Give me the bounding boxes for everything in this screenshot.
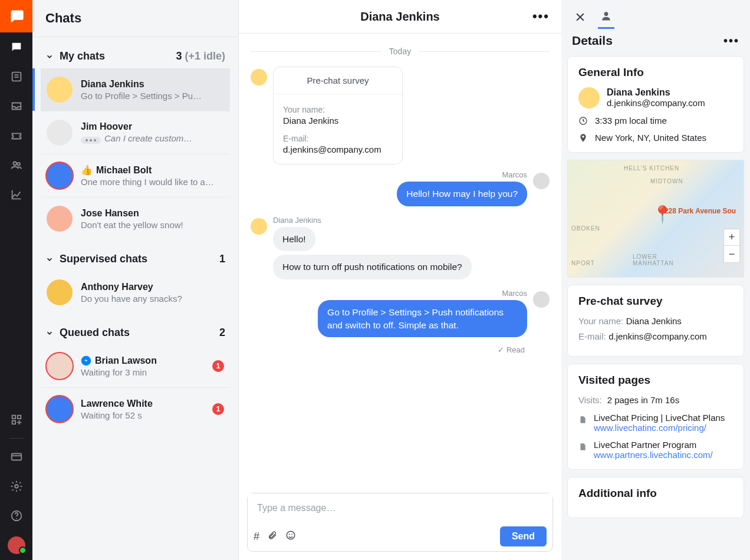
message-avatar: [533, 173, 550, 189]
svg-point-2: [17, 45, 18, 47]
message-bubble: How to turn off push notifications on mo…: [273, 255, 472, 279]
visited-page[interactable]: LiveChat Pricing | LiveChat Planswww.liv…: [578, 413, 733, 433]
chat-preview: Go to Profile > Settings > Pu…: [81, 91, 224, 101]
card-icon: [10, 450, 23, 463]
message-bubble: Hello! How may I help you?: [397, 182, 527, 206]
date-divider: Today: [251, 47, 550, 56]
section-queued[interactable]: Queued chats 2: [41, 314, 230, 345]
message-composer: # Send: [247, 493, 553, 552]
conversation-panel: Diana Jenkins ••• Today Pre-chat survey …: [239, 0, 561, 560]
svg-point-1: [16, 45, 17, 47]
svg-point-17: [287, 531, 295, 539]
message-sender: Diana Jenkins: [273, 216, 472, 225]
visited-page[interactable]: LiveChat Partner Programwww.partners.liv…: [578, 440, 733, 460]
nav-billing[interactable]: [0, 442, 32, 472]
svg-point-13: [15, 485, 18, 488]
nav-reports[interactable]: [0, 180, 32, 209]
conversation-body[interactable]: Today Pre-chat survey Your name: Diana J…: [239, 34, 561, 488]
person-icon: [600, 10, 612, 22]
nav-apps[interactable]: [0, 405, 32, 434]
local-time: 3:33 pm local time: [578, 116, 733, 126]
svg-point-18: [289, 533, 290, 535]
message-sender: Marcos: [397, 170, 527, 179]
chevron-down-icon: [45, 52, 54, 61]
map-address: 228 Park Avenue Sou: [665, 207, 736, 215]
nav-chats[interactable]: [0, 32, 32, 62]
read-receipt: ✓ Read: [251, 345, 525, 354]
chat-item-brian[interactable]: Brian Lawson Waiting for 3 min 1: [41, 345, 230, 388]
zoom-in-button[interactable]: +: [724, 229, 739, 246]
section-my-chats[interactable]: My chats 3 (+1 idle): [41, 37, 230, 68]
details-title: Details: [572, 34, 723, 48]
hash-button[interactable]: #: [254, 531, 259, 543]
chat-bubble-icon: [8, 8, 25, 25]
chat-item-lawrence[interactable]: Lawrence White Waiting for 52 s 1: [41, 388, 230, 430]
chat-list-title: Chats: [32, 0, 238, 37]
page-icon: [578, 442, 587, 452]
prechat-survey-card: Pre-chat survey Your name: Diana Jenkins…: [273, 67, 403, 164]
inbox-icon: [10, 100, 23, 113]
section-title: My chats: [60, 50, 176, 62]
close-icon: [574, 11, 586, 23]
svg-point-0: [14, 45, 15, 47]
avatar: [47, 396, 73, 422]
additional-info-card: Additional info: [567, 477, 744, 518]
svg-rect-11: [11, 454, 21, 460]
nav-help[interactable]: [0, 501, 32, 531]
close-details-button[interactable]: [572, 5, 588, 29]
message-avatar: [533, 291, 550, 308]
nav-rail: [0, 0, 32, 560]
message-input[interactable]: [248, 493, 552, 523]
gear-icon: [10, 480, 23, 493]
prechat-survey-card: Pre-chat survey Your name: Diana Jenkins…: [567, 285, 744, 357]
nav-list[interactable]: [0, 62, 32, 91]
app-logo[interactable]: [0, 0, 32, 32]
avatar: [47, 353, 73, 379]
chat-preview: One more thing I would like to a…: [81, 177, 224, 187]
send-button[interactable]: Send: [500, 526, 547, 546]
tab-customer[interactable]: [598, 5, 614, 29]
details-more-button[interactable]: •••: [723, 34, 739, 48]
customer-name: Diana Jenkins: [607, 87, 705, 98]
emoji-button[interactable]: [285, 530, 296, 543]
details-tabs: [561, 0, 750, 34]
avatar: [47, 77, 73, 103]
chat-preview: Don't eat the yellow snow!: [81, 220, 224, 230]
chat-name: 👍Michael Bolt: [81, 164, 224, 176]
nav-inbox[interactable]: [0, 91, 32, 121]
chat-list-panel: Chats My chats 3 (+1 idle) Diana Jenkins…: [32, 0, 239, 560]
paperclip-icon: [268, 530, 277, 541]
chat-item-jim[interactable]: Jim Hoover Can I create custom…: [41, 111, 230, 154]
chat-name: Brian Lawson: [81, 355, 212, 366]
nav-tickets[interactable]: [0, 121, 32, 150]
chevron-down-icon: [45, 255, 54, 263]
card-title: Additional info: [578, 487, 733, 500]
zoom-out-button[interactable]: −: [724, 246, 739, 262]
nav-team[interactable]: [0, 150, 32, 180]
chat-name: Lawrence White: [81, 398, 212, 409]
message-row: Marcos Go to Profile > Settings > Push n…: [251, 289, 550, 341]
attachment-button[interactable]: [268, 530, 277, 543]
chat-item-jose[interactable]: Jose Hansen Don't eat the yellow snow!: [41, 197, 230, 240]
section-title: Supervised chats: [60, 253, 219, 265]
section-title: Queued chats: [60, 327, 219, 339]
conversation-menu-button[interactable]: •••: [532, 9, 550, 24]
section-supervised[interactable]: Supervised chats 1: [41, 240, 230, 271]
chat-item-michael[interactable]: 👍Michael Bolt One more thing I would lik…: [41, 154, 230, 197]
card-title: Pre-chat survey: [274, 67, 402, 94]
chat-item-anthony[interactable]: Anthony Harvey Do you have any snacks?: [41, 271, 230, 314]
avatar: [47, 120, 73, 146]
ticket-icon: [10, 129, 23, 142]
list-icon: [10, 70, 23, 83]
nav-settings[interactable]: [0, 472, 32, 501]
chat-name: Jim Hoover: [81, 121, 224, 132]
svg-point-7: [17, 163, 20, 166]
message-row: Diana Jenkins Hello! How to turn off pus…: [251, 216, 550, 283]
user-avatar[interactable]: [8, 536, 25, 554]
message-avatar: [251, 218, 267, 235]
location-map[interactable]: HELL'S KITCHEN MIDTOWN OBOKEN NPORT LOWE…: [567, 160, 744, 278]
chat-item-diana[interactable]: Diana Jenkins Go to Profile > Settings >…: [41, 68, 230, 111]
avatar: [47, 206, 73, 232]
details-panel: Details ••• General Info Diana Jenkins d…: [561, 0, 750, 560]
unread-badge: 1: [212, 403, 224, 415]
